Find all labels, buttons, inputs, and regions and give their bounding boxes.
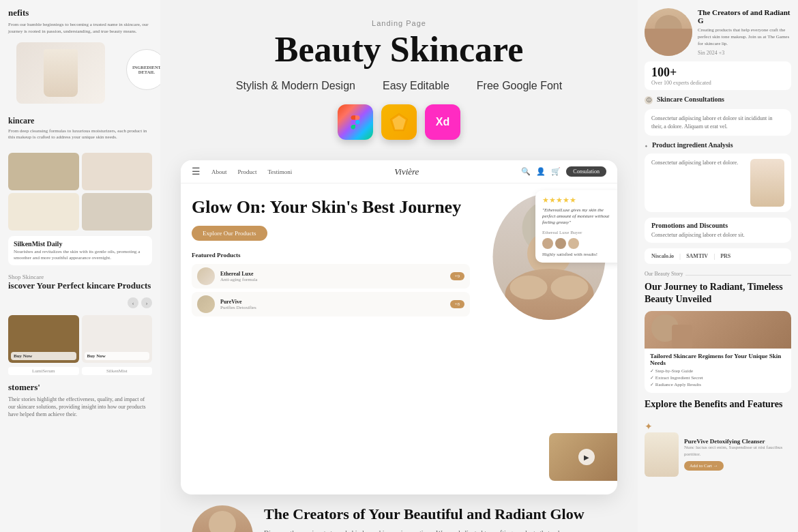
nav-product[interactable]: Product xyxy=(238,168,257,175)
feature-stylish: Stylish & Modern Design xyxy=(236,80,355,92)
prev-btn[interactable]: ‹ xyxy=(128,297,138,308)
our-story-header: Our Beauty Story xyxy=(638,271,798,281)
story-list-item-1: ✓ Step-by-Step Guide xyxy=(650,368,786,374)
xd-icon: Xd xyxy=(425,104,460,140)
sparkle-icon: ✦ xyxy=(638,421,798,432)
lumiserum-tag: LumiSerum xyxy=(8,367,79,375)
right-top-section: The Creators of and Radiant G Creating p… xyxy=(638,0,798,61)
silkenmist-card: SilkenMist Daily Nourishes and revitaliz… xyxy=(8,236,152,265)
nav-brand: Vivière xyxy=(292,166,521,177)
benefits-title: nefits xyxy=(8,7,152,19)
brand-samtiv: SAMTIV xyxy=(686,253,708,259)
product-grid xyxy=(8,153,152,231)
center-panel: Landing Page Beauty Skincare Stylish & M… xyxy=(160,0,638,532)
creator-title: The Creators of Your Beautiful and Radia… xyxy=(264,505,606,523)
customers-desc: Their stories highlight the effectivenes… xyxy=(0,396,160,419)
feature-font: Free Google Font xyxy=(477,80,562,92)
product-name-2: PureVive xyxy=(220,299,445,305)
play-button[interactable]: ▶ xyxy=(578,449,595,465)
bottom-product-grid: Buy Now Buy Now xyxy=(8,315,152,363)
right-top-date: Sin 2024 +3 xyxy=(698,50,791,56)
product-info-1: Ethereal Luxe Anti-aging formula xyxy=(220,271,445,282)
preview-card: ☰ About Product Testimoni Vivière 🔍 👤 🛒 … xyxy=(181,160,617,494)
product-thumb-1 xyxy=(197,267,215,285)
story-card-title: Tailored Skincare Regimens for Your Uniq… xyxy=(650,353,786,366)
star-rating: ★★★★★ xyxy=(542,196,617,205)
skincare-desc: From deep cleansing formulas to luxuriou… xyxy=(8,128,152,141)
preview-hero-left: Glow On: Your Skin's Best Journey Explor… xyxy=(181,183,481,494)
sketch-icon xyxy=(381,104,417,140)
product-tag-1: +9 xyxy=(450,272,464,280)
ingredient-section: Consectetur adipiscing labore et dolore. xyxy=(645,153,791,212)
product-description: From our humble beginnings to becoming a… xyxy=(8,22,152,35)
silkenmist-title: SilkenMist Daily xyxy=(14,240,147,248)
story-list: ✓ Step-by-Step Guide ✓ Extract Ingredien… xyxy=(650,368,786,387)
center-bottom: The Creators of Your Beautiful and Radia… xyxy=(160,494,638,532)
grid-item-1 xyxy=(8,153,79,190)
right-top-text: The Creators of and Radiant G Creating p… xyxy=(698,8,791,56)
silkenmist-desc: Nourishes and revitalizes the skin with … xyxy=(14,249,147,261)
stat-label: Over 100 experts dedicated xyxy=(651,80,784,86)
avatar-2 xyxy=(555,238,566,249)
story-divider xyxy=(685,275,791,276)
creator-avatar xyxy=(192,505,253,532)
grid-item-4 xyxy=(82,193,153,231)
our-story-label: Our Beauty Story xyxy=(645,271,683,277)
nav-about[interactable]: About xyxy=(211,168,227,175)
buy-now-2[interactable]: Buy Now xyxy=(87,353,147,359)
bottom-item-2: Buy Now xyxy=(82,315,153,363)
beauty-skincare-title: Beauty Skincare xyxy=(174,30,624,69)
product-thumb-2 xyxy=(197,295,215,313)
brands-row: Niscalo.io | SAMTIV | PRS xyxy=(645,248,791,264)
skincare-title: kincare xyxy=(8,116,152,126)
brand-separator-1: | xyxy=(679,252,681,260)
search-icon[interactable]: 🔍 xyxy=(521,167,531,176)
preview-hero-center: ★★★★★ "EtherealLuxe gives my skin the pe… xyxy=(481,183,617,494)
ingredient-content: Consectetur adipiscing labore et dolore. xyxy=(651,159,784,207)
brand-niscalo: Niscalo.io xyxy=(651,253,674,259)
consultation-section: Consectetur adipiscing labore et dolore … xyxy=(645,109,791,135)
ingredient-header: ⬥ Product ingredient Analysis xyxy=(638,141,798,153)
divider-row: ⓘ Skincare Consultations xyxy=(638,95,798,109)
skincare-section: kincare From deep cleansing formulas to … xyxy=(0,109,160,147)
story-list-item-3: ✓ Radiance Apply Results xyxy=(650,382,786,387)
feature-editable: Easy Editable xyxy=(383,80,449,92)
consultation-text: Consectetur adipiscing labore et dolore … xyxy=(651,115,784,130)
right-top-title: The Creators of and Radiant G xyxy=(698,8,791,25)
product-sub-2: Purifies Detoxifies xyxy=(220,305,445,310)
add-to-cart-btn[interactable]: Add to Cart → xyxy=(684,461,724,471)
next-btn[interactable]: › xyxy=(141,297,152,308)
pure-vive-text: PureVive Detoxifying Cleanser Nunc luctu… xyxy=(684,438,791,470)
product-info-2: PureVive Purifies Detoxifies xyxy=(220,299,445,310)
buy-now-1[interactable]: Buy Now xyxy=(14,353,74,359)
nav-testimonial[interactable]: Testimoni xyxy=(268,168,293,175)
grid-item-3 xyxy=(8,193,79,231)
story-list-item-2: ✓ Extract Ingredient Secret xyxy=(650,375,786,381)
product-tags-row: LumiSerum SilkenMist xyxy=(8,367,152,375)
story-image xyxy=(645,311,791,349)
silkenmist-tag: SilkenMist xyxy=(82,367,153,375)
product-item-2: PureVive Purifies Detoxifies +8 xyxy=(192,292,470,316)
ingredient-icon: ⬥ xyxy=(645,143,648,149)
explore-products-btn[interactable]: Explore Our Products xyxy=(192,226,267,241)
left-panel: nefits From our humble beginnings to bec… xyxy=(0,0,160,532)
hamburger-icon[interactable]: ☰ xyxy=(192,166,201,177)
nav-links: About Product Testimoni xyxy=(211,168,292,175)
video-thumbnail[interactable]: ▶ xyxy=(549,433,617,481)
consultation-btn[interactable]: Consulation xyxy=(566,166,606,177)
review-buyer: Ethereal Luxe Buyer xyxy=(542,230,617,235)
ingredient-product-img xyxy=(750,159,784,207)
figma-icon xyxy=(338,104,373,140)
user-icon[interactable]: 👤 xyxy=(536,167,546,176)
info-icon: ⓘ xyxy=(645,96,653,104)
customers-title: stomers' xyxy=(0,378,160,396)
avatar-1 xyxy=(542,238,553,249)
story-card: Tailored Skincare Regimens for Your Uniq… xyxy=(645,311,791,393)
pure-vive-img xyxy=(645,432,679,477)
cart-icon[interactable]: 🛒 xyxy=(551,167,561,176)
avatar-3 xyxy=(568,238,579,249)
center-header: Landing Page Beauty Skincare Stylish & M… xyxy=(160,0,638,160)
pure-vive-name: PureVive Detoxifying Cleanser xyxy=(684,438,791,445)
shop-label: Shop Skincare xyxy=(8,274,152,280)
brand-separator-2: | xyxy=(713,252,715,260)
